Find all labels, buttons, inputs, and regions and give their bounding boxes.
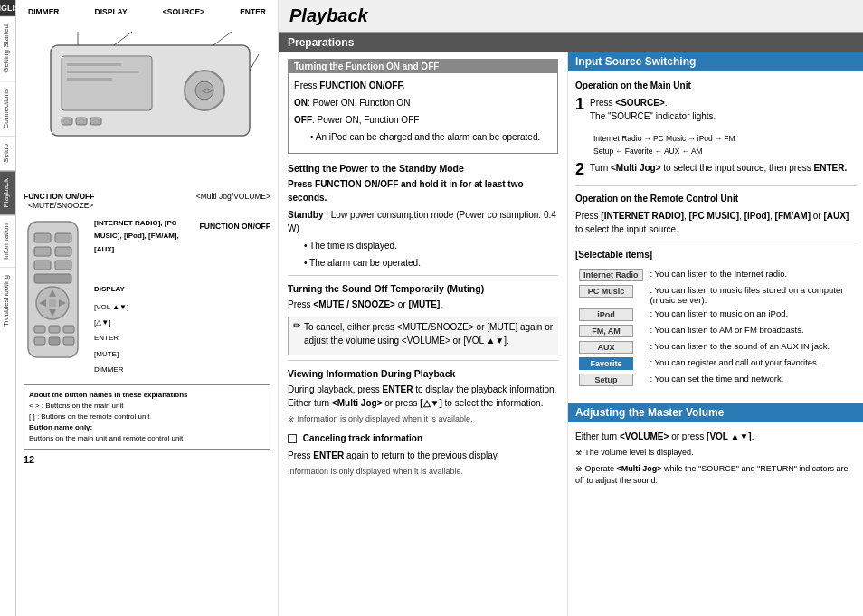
function-press-label: Press FUNCTION ON/OFF. (294, 79, 552, 92)
svg-rect-17 (55, 233, 71, 242)
step1: 1 Press <SOURCE>.The "SOURCE" indicator … (575, 96, 856, 127)
playback-header: Playback (279, 0, 863, 33)
arrow2 (688, 134, 696, 143)
svg-rect-18 (34, 247, 51, 256)
step2-text: Turn <Multi Jog> to select the input sou… (575, 161, 856, 175)
signal-am: AM (691, 147, 703, 156)
internet-radio-label: [INTERNET RADIO], [PC MUSIC], [iPod], [F… (94, 217, 193, 256)
off-desc-text: : Power ON, Function OFF (312, 115, 419, 125)
table-row-internet-radio: Internet Radio : You can listen to the I… (575, 267, 856, 283)
svg-rect-10 (90, 118, 101, 125)
svg-rect-21 (55, 261, 71, 270)
language-label: ENGLISH (0, 0, 15, 16)
svg-rect-31 (63, 326, 74, 333)
table-row-setup: Setup : You can set the time and network… (575, 372, 856, 388)
input-source-section: Input Source Switching Operation on the … (568, 52, 863, 395)
enter-label: ENTER (240, 7, 266, 16)
checkbox-icon (288, 434, 297, 443)
table-row-fm-am: FM, AM : You can listen to AM or FM broa… (575, 323, 856, 339)
source-internet-radio: Internet Radio (579, 269, 643, 281)
svg-rect-16 (34, 233, 51, 242)
note-box: About the button names in these explanat… (24, 384, 270, 450)
note-line4: Buttons on the main unit and remote cont… (29, 433, 265, 444)
remote-unit-title: Operation on the Remote Control Unit (575, 192, 856, 205)
source-setup: Setup (579, 374, 633, 386)
svg-line-14 (250, 54, 259, 71)
signal-ipod: iPod (697, 134, 713, 143)
arrow3 (715, 134, 723, 143)
sidebar-item-troubleshooting[interactable]: Troubleshooting (0, 267, 15, 334)
step2: 2 Turn <Multi Jog> to select the input s… (575, 161, 856, 178)
source-fm-am: FM, AM (579, 325, 633, 337)
diagram-section: DIMMER DISPLAY <SOURCE> ENTER <> (16, 0, 279, 616)
signal-aux: AUX (664, 147, 679, 156)
divider3 (575, 185, 856, 186)
display-label: DISPLAY (95, 7, 128, 16)
remote-desc: Press [INTERNET RADIO], [PC MUSIC], [iPo… (575, 209, 856, 236)
table-row-favorite: Favorite : You can register and call out… (575, 355, 856, 372)
source-pc-music: PC Music (579, 285, 633, 298)
note-line3: Button name only: (29, 422, 265, 433)
source-favorite: Favorite (579, 357, 633, 370)
svg-rect-29 (34, 326, 45, 333)
svg-rect-4 (67, 78, 112, 81)
favorite-desc: : You can register and call out your fav… (647, 355, 856, 372)
svg-rect-3 (67, 71, 139, 73)
signal-flow2: Setup Favorite AUX AM (593, 147, 856, 156)
sidebar-item-getting-started[interactable]: Getting Started (0, 16, 15, 81)
internet-radio-desc: : You can listen to the Internet radio. (647, 267, 856, 283)
viewing-title: Viewing Information During Playback (288, 368, 558, 379)
vol-label: [VOL ▲▼] (94, 303, 128, 311)
arrow4 (615, 147, 623, 156)
page-number: 12 (24, 454, 270, 465)
standby-title: Setting the Power to the Standby Mode (288, 163, 558, 174)
signal-fm: FM (724, 134, 735, 143)
step1-number: 1 (575, 96, 584, 112)
divider1 (288, 275, 558, 276)
selectable-title: [Selectable items] (575, 248, 856, 261)
canceling-note: Information is only displayed when it is… (288, 466, 558, 479)
device-diagram: <> (24, 18, 268, 199)
muting-note: ✏ To cancel, either press <MUTE/SNOOZE> … (288, 317, 558, 355)
setup-desc: : You can set the time and network. (647, 372, 856, 388)
svg-line-13 (213, 32, 232, 45)
main-content: DIMMER DISPLAY <SOURCE> ENTER <> (16, 0, 863, 616)
dimmer-label: DIMMER (28, 7, 59, 16)
off-desc: OFF: Power ON, Function OFF (294, 113, 552, 127)
sidebar-item-information[interactable]: Information (0, 215, 15, 267)
function-section-content: Press FUNCTION ON/OFF. ON: Power ON, Fun… (289, 73, 557, 153)
mute-snooze-label: <MUTE/SNOOZE> (28, 201, 93, 210)
sidebar: ENGLISH Getting Started Connections Setu… (0, 0, 16, 616)
signal-setup: Setup (593, 147, 613, 156)
aux-desc: : You can listen to the sound of an AUX … (647, 339, 856, 355)
right-section: Playback Preparations Turning the Functi… (279, 0, 863, 616)
canceling-title: Canceling track information (288, 431, 558, 445)
muting-press: Press <MUTE / SNOOZE> or [MUTE]. (288, 298, 558, 311)
svg-rect-9 (76, 118, 87, 125)
multi-jog-label: <Multi Jog/VOLUME> (196, 192, 270, 201)
ipod-desc: : You can listen to music on an iPod. (647, 307, 856, 323)
arrow6 (681, 147, 689, 156)
display-label2: DISPLAY (94, 285, 125, 293)
source-ipod: iPod (579, 308, 633, 321)
sidebar-item-playback[interactable]: Playback (0, 170, 15, 214)
svg-rect-28 (49, 299, 56, 307)
off-label: OFF (294, 115, 312, 125)
sidebar-tabs: Getting Started Connections Setup Playba… (0, 16, 15, 616)
preparations-bar: Preparations (279, 33, 863, 52)
function-bullet1: • An iPod can be charged and the alarm c… (310, 130, 552, 144)
mute-label2: [MUTE] (94, 350, 119, 358)
svg-rect-20 (34, 261, 51, 270)
step2-number: 2 (575, 161, 584, 177)
sidebar-item-setup[interactable]: Setup (0, 136, 15, 170)
note-line1: < > : Buttons on the main unit (29, 401, 265, 412)
content-area: DIMMER DISPLAY <SOURCE> ENTER <> (16, 0, 863, 616)
divider4 (575, 242, 856, 242)
master-volume-content: Either turn <VOLUME> or press [VOL ▲▼]. … (568, 422, 863, 498)
svg-rect-30 (49, 326, 60, 333)
svg-rect-22 (34, 274, 71, 283)
arrow5 (654, 147, 662, 156)
sidebar-item-connections[interactable]: Connections (0, 81, 15, 136)
viewing-note: ※ Information is only displayed when it … (288, 413, 558, 426)
note-line2: [ ] : Buttons on the remote control unit (29, 412, 265, 422)
